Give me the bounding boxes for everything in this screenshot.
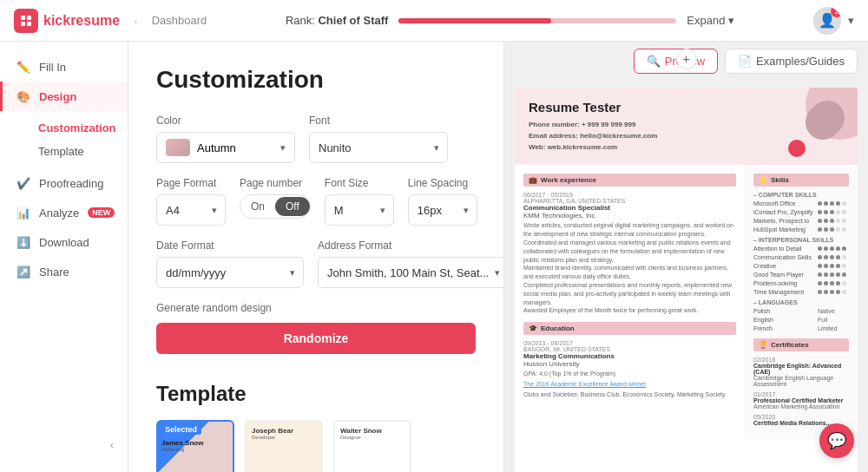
sidebar-item-design[interactable]: 🎨 Design	[0, 82, 128, 111]
education-section-title: 🎓Education	[523, 322, 736, 335]
skill-hubspot: HubSpot Marketing	[753, 226, 849, 233]
resume-body: 💼Work experience 06/2017 - 05/2019 ALPHA…	[515, 165, 858, 439]
lang-english: English Full	[753, 317, 849, 323]
resume-left-col: 💼Work experience 06/2017 - 05/2019 ALPHA…	[515, 165, 745, 439]
download-icon: ⬇️	[16, 235, 30, 249]
preview-topbar: + 🔍 Preview 📄 Examples/Guides	[504, 42, 868, 81]
lang-polish: Polish Native	[753, 308, 849, 314]
page-number-label: Page number	[240, 177, 311, 189]
skill-marketo: Marketo, Prospect.io	[753, 218, 849, 224]
date-format-select-wrapper: dd/mm/yyyy mm/dd/yyyy yyyy-mm-dd	[156, 257, 304, 288]
avatar[interactable]: 👤 2	[813, 7, 841, 35]
main-layout: ✏️ Fill In 🎨 Design Customization Templa…	[0, 42, 868, 472]
interpersonal-skills-cat: – INTERPERSONAL SKILLS	[753, 237, 849, 243]
computer-skills-cat: – COMPUTER SKILLS	[753, 192, 849, 198]
resume-header: Resume Tester Phone number: + 999 99 999…	[515, 88, 858, 165]
line-spacing-select[interactable]: 14px 16px 18px	[408, 194, 477, 226]
chat-icon: 💬	[827, 431, 846, 450]
work-section-title: 💼Work experience	[523, 174, 736, 187]
address-format-select-wrapper: John Smith, 100 Main St, Seat... 100 Mai…	[318, 257, 503, 288]
content-area: Customization Color Autumn ▾ Font Nunito…	[128, 42, 503, 472]
dashboard-link[interactable]: Dashboard	[152, 14, 207, 27]
logo[interactable]: kickresume	[14, 9, 120, 33]
toggle-off[interactable]: Off	[275, 197, 310, 216]
color-group: Color Autumn ▾	[156, 115, 295, 163]
analyze-icon: 📊	[16, 206, 30, 220]
skill-problem-solving: Problem-solving	[753, 280, 849, 286]
rank-bar	[398, 18, 676, 23]
template-card-1[interactable]: Selected James Snow Marketing	[156, 420, 234, 472]
circle3	[788, 140, 806, 157]
skill-ms-office: Microsoft Office	[753, 200, 849, 206]
template-card-3[interactable]: Walter Snow Designer	[333, 420, 411, 472]
toggle-on[interactable]: On	[240, 197, 275, 216]
page-title: Customization	[156, 66, 476, 94]
sidebar-item-proofreading[interactable]: ✔️ Proofreading	[0, 168, 128, 198]
date-format-group: Date Format dd/mm/yyyy mm/dd/yyyy yyyy-m…	[156, 239, 304, 288]
color-preview-swatch	[166, 139, 190, 156]
color-label: Color	[156, 115, 295, 127]
topbar-right: 👤 2 ▾	[813, 7, 854, 35]
skill-communication: Communication Skills	[753, 254, 849, 260]
sidebar-item-analyze[interactable]: 📊 Analyze NEW	[0, 198, 128, 227]
format-row: Page Format A4 Letter Page number On Off…	[156, 177, 476, 226]
work-location: ALPHARETTA, GA, UNITED STATES	[523, 198, 736, 204]
sidebar-sub-template[interactable]: Template	[24, 140, 128, 163]
line-spacing-group: Line Spacing 14px 16px 18px	[408, 177, 477, 226]
font-size-select-wrapper: S M L XL	[325, 194, 394, 226]
page-format-select[interactable]: A4 Letter	[156, 194, 226, 226]
skill-time-management: Time Management	[753, 289, 849, 295]
work-date: 06/2017 - 05/2019	[523, 192, 736, 198]
edu-extra: The 2016 Academic Excellence Award winne…	[523, 380, 736, 389]
randomize-button[interactable]: Randomize	[156, 323, 476, 354]
page-format-label: Page Format	[156, 177, 226, 189]
resume-page: Resume Tester Phone number: + 999 99 999…	[515, 88, 858, 472]
chat-button[interactable]: 💬	[819, 423, 854, 458]
color-select-arrow: ▾	[280, 142, 286, 154]
work-description: Wrote articles, conducted original digit…	[523, 221, 736, 315]
design-icon: 🎨	[16, 89, 30, 103]
date-format-select[interactable]: dd/mm/yyyy mm/dd/yyyy yyyy-mm-dd	[156, 257, 304, 288]
add-page-button[interactable]: +	[676, 49, 697, 69]
edu-extra2: Clubs and Societies: Business Club, Econ…	[523, 390, 736, 399]
work-company: KMM Technologies, Inc.	[523, 212, 736, 220]
page-number-toggle[interactable]: On Off	[240, 194, 311, 219]
template-cards: Selected James Snow Marketing Joseph Bea…	[156, 420, 476, 472]
logo-icon	[14, 9, 38, 33]
font-size-label: Font Size	[325, 177, 394, 189]
page-format-select-wrapper: A4 Letter	[156, 194, 226, 226]
sidebar-sub-customization[interactable]: Customization	[24, 116, 128, 140]
address-format-select[interactable]: John Smith, 100 Main St, Seat... 100 Mai…	[318, 257, 503, 288]
template-section: Template Selected James Snow Marketing J…	[156, 382, 476, 472]
font-select[interactable]: Nunito Arial Roboto	[309, 132, 448, 163]
color-select[interactable]: Autumn ▾	[156, 132, 295, 163]
certificates-section-title: 🏆Certificates	[753, 338, 849, 351]
avatar-chevron[interactable]: ▾	[848, 14, 854, 27]
languages-cat: – LANGUAGES	[753, 299, 849, 305]
font-size-group: Font Size S M L XL	[325, 177, 394, 226]
address-format-group: Address Format John Smith, 100 Main St, …	[318, 239, 503, 288]
template-card-2[interactable]: Joseph Bear Developer	[245, 420, 323, 472]
avatar-badge: 2	[831, 7, 841, 17]
date-address-row: Date Format dd/mm/yyyy mm/dd/yyyy yyyy-m…	[156, 239, 476, 288]
sidebar-item-share[interactable]: ↗️ Share	[0, 257, 128, 286]
sidebar-collapse-button[interactable]: ‹	[0, 428, 128, 462]
sidebar-item-download[interactable]: ⬇️ Download	[0, 227, 128, 257]
fill-in-icon: ✏️	[16, 60, 30, 74]
rank-expand-button[interactable]: Expand ▾	[687, 14, 734, 27]
skill-icontact: iContact Pro, Zymplify	[753, 209, 849, 215]
resume-right-col: ⭐Skills – COMPUTER SKILLS Microsoft Offi…	[745, 165, 858, 439]
color-value: Autumn	[197, 141, 236, 154]
sidebar-item-fill-in[interactable]: ✏️ Fill In	[0, 52, 128, 82]
topbar: kickresume ‹ Dashboard Rank: Chief of St…	[0, 0, 868, 42]
date-format-label: Date Format	[156, 239, 304, 252]
rank-bar-fill	[398, 18, 551, 23]
sidebar: ✏️ Fill In 🎨 Design Customization Templa…	[0, 42, 128, 472]
rank-area: Rank: Chief of Staff Expand ▾	[217, 14, 803, 27]
font-size-select[interactable]: S M L XL	[325, 194, 394, 226]
examples-button[interactable]: 📄 Examples/Guides	[725, 49, 858, 74]
page-format-group: Page Format A4 Letter	[156, 177, 226, 226]
generate-label: Generate random design	[156, 302, 476, 314]
font-group: Font Nunito Arial Roboto	[309, 115, 448, 163]
skill-attention: Attention to Detail	[753, 246, 849, 252]
